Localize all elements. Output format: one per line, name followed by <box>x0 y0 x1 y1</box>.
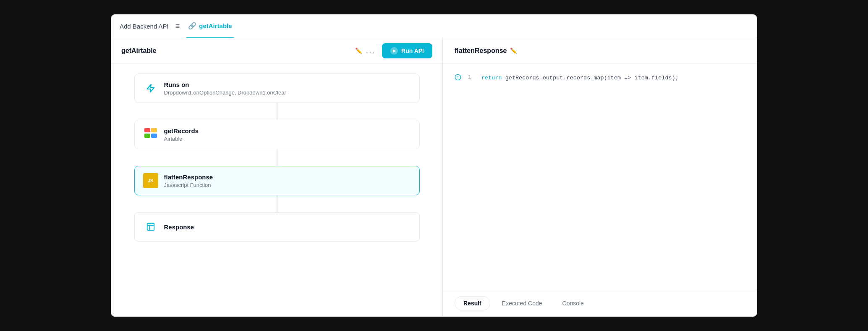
right-panel-title: flattenResponse <box>455 47 507 55</box>
svg-rect-2 <box>151 128 157 132</box>
app-window: Add Backend API ≡ 🔗 getAirtable getAirta… <box>111 14 757 317</box>
response-node[interactable]: Response <box>134 212 420 242</box>
line-number-1: 1 <box>468 74 475 80</box>
flatten-response-subtitle: Javascript Function <box>164 182 213 188</box>
svg-marker-0 <box>147 84 154 92</box>
hint-icon <box>455 74 461 82</box>
runs-on-node[interactable]: Runs on Dropdown1.onOptionChange, Dropdo… <box>134 74 420 103</box>
more-options-button[interactable]: ... <box>366 46 375 55</box>
right-panel: flattenResponse ✏️ 1 return getRecords.o… <box>443 38 757 316</box>
bottom-tabs: Result Executed Code Console <box>443 290 757 316</box>
get-records-node[interactable]: getRecords Airtable <box>134 120 420 149</box>
get-records-subtitle: Airtable <box>164 136 199 142</box>
js-icon: JS <box>143 173 158 188</box>
get-records-title: getRecords <box>164 127 199 134</box>
flow-area: Runs on Dropdown1.onOptionChange, Dropdo… <box>111 63 442 316</box>
run-api-label: Run API <box>401 47 424 54</box>
lightning-icon <box>143 81 158 96</box>
connector-1 <box>277 103 277 120</box>
main-content: getAirtable ✏️ ... ▶ Run API <box>111 38 757 316</box>
flatten-response-title: flattenResponse <box>164 173 213 181</box>
tab-console[interactable]: Console <box>554 296 592 310</box>
tab-label: getAirtable <box>199 22 232 29</box>
code-line-1: 1 return getRecords.output.records.map(i… <box>455 74 745 83</box>
top-bar: Add Backend API ≡ 🔗 getAirtable <box>111 15 757 38</box>
airtable-icon <box>143 127 158 142</box>
tab-icon: 🔗 <box>188 22 196 30</box>
left-header: getAirtable ✏️ ... ▶ Run API <box>111 38 442 63</box>
flatten-response-text: flattenResponse Javascript Function <box>164 173 213 188</box>
connector-2 <box>277 149 277 166</box>
runs-on-text: Runs on Dropdown1.onOptionChange, Dropdo… <box>164 81 286 96</box>
run-api-button[interactable]: ▶ Run API <box>382 43 432 58</box>
edit-icon[interactable]: ✏️ <box>355 47 362 54</box>
right-edit-icon[interactable]: ✏️ <box>510 47 517 54</box>
svg-rect-4 <box>151 134 157 138</box>
code-area: 1 return getRecords.output.records.map(i… <box>443 63 757 290</box>
tab-result[interactable]: Result <box>455 296 490 310</box>
get-records-text: getRecords Airtable <box>164 127 199 142</box>
app-title: Add Backend API <box>120 23 169 30</box>
svg-rect-3 <box>144 134 150 138</box>
runs-on-subtitle: Dropdown1.onOptionChange, Dropdown1.onCl… <box>164 89 286 96</box>
svg-rect-5 <box>147 223 154 231</box>
svg-rect-1 <box>144 128 150 132</box>
flatten-response-node[interactable]: JS flattenResponse Javascript Function <box>134 166 420 195</box>
response-icon <box>143 219 158 234</box>
active-tab[interactable]: 🔗 getAirtable <box>186 15 233 38</box>
response-text: Response <box>164 223 194 231</box>
runs-on-title: Runs on <box>164 81 286 88</box>
code-content-1: return getRecords.output.records.map(ite… <box>481 74 679 83</box>
left-panel: getAirtable ✏️ ... ▶ Run API <box>111 38 443 316</box>
tab-executed-code[interactable]: Executed Code <box>494 296 551 310</box>
run-icon: ▶ <box>390 47 398 55</box>
response-title: Response <box>164 223 194 231</box>
menu-icon[interactable]: ≡ <box>175 22 180 31</box>
connector-3 <box>277 195 277 212</box>
right-header: flattenResponse ✏️ <box>443 38 757 63</box>
left-panel-title: getAirtable <box>121 47 352 55</box>
